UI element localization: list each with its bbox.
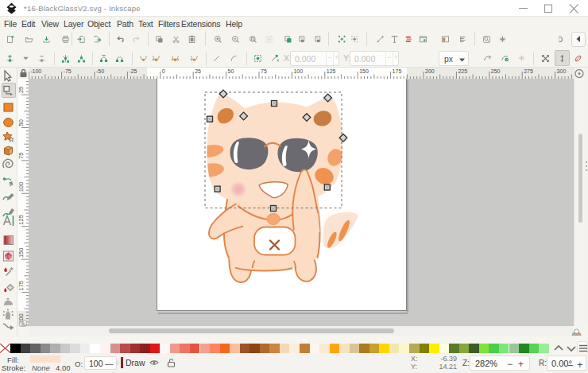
svg-text:300: 300 — [557, 68, 567, 74]
svg-text:125: 125 — [327, 68, 336, 74]
svg-text:50: 50 — [228, 68, 234, 74]
svg-text:100: 100 — [293, 68, 303, 74]
svg-text:100: 100 — [17, 181, 25, 192]
svg-text:-50: -50 — [96, 68, 104, 74]
svg-text:25: 25 — [195, 68, 201, 74]
svg-text:-25: -25 — [129, 68, 137, 74]
svg-text:25: 25 — [17, 86, 25, 92]
svg-text:250: 250 — [491, 68, 501, 74]
svg-text:175: 175 — [17, 280, 25, 290]
svg-text:-100: -100 — [30, 68, 41, 74]
svg-text:150: 150 — [17, 247, 25, 258]
svg-text:-75: -75 — [64, 68, 72, 74]
svg-text:75: 75 — [261, 68, 267, 74]
svg-text:200: 200 — [425, 68, 435, 74]
svg-text:225: 225 — [458, 68, 467, 74]
svg-text:75: 75 — [17, 152, 25, 158]
svg-text:175: 175 — [393, 68, 402, 74]
svg-text:50: 50 — [17, 119, 25, 126]
svg-text:275: 275 — [524, 68, 533, 74]
svg-text:150: 150 — [359, 68, 369, 74]
svg-text:125: 125 — [17, 215, 25, 225]
svg-text:0: 0 — [162, 68, 165, 74]
